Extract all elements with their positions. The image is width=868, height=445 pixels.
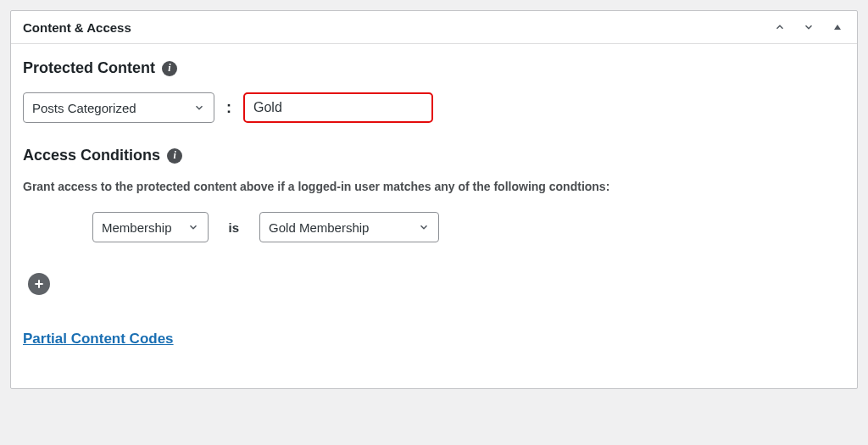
- content-type-select-value: Posts Categorized: [32, 101, 136, 115]
- toggle-collapse-icon[interactable]: [830, 19, 845, 35]
- chevron-down-icon: [193, 102, 205, 114]
- info-icon[interactable]: i: [167, 148, 182, 164]
- svg-marker-0: [834, 25, 841, 30]
- condition-value-select[interactable]: Gold Membership: [259, 212, 439, 242]
- metabox-header-controls: [772, 19, 845, 35]
- protected-content-heading: Protected Content i: [23, 59, 845, 77]
- protected-content-row: Posts Categorized :: [23, 92, 845, 123]
- access-conditions-heading-text: Access Conditions: [23, 147, 160, 164]
- protected-content-heading-text: Protected Content: [23, 59, 155, 77]
- info-icon[interactable]: i: [162, 61, 177, 76]
- chevron-down-icon: [187, 221, 199, 233]
- metabox-title: Content & Access: [23, 20, 131, 35]
- condition-value-text: Gold Membership: [269, 220, 369, 235]
- partial-content-codes-link[interactable]: Partial Content Codes: [23, 331, 174, 347]
- colon-separator: :: [225, 99, 233, 117]
- condition-field-value: Membership: [102, 220, 172, 235]
- category-input[interactable]: [243, 92, 433, 123]
- add-condition-button[interactable]: [28, 273, 50, 295]
- move-down-icon[interactable]: [801, 19, 816, 35]
- metabox-header: Content & Access: [11, 11, 857, 44]
- content-access-metabox: Content & Access Protected Content i Pos…: [10, 10, 858, 389]
- access-conditions-description: Grant access to the protected content ab…: [23, 180, 845, 193]
- access-conditions-heading: Access Conditions i: [23, 147, 845, 164]
- condition-operator: is: [229, 220, 240, 235]
- condition-field-select[interactable]: Membership: [92, 212, 209, 242]
- condition-row: Membership is Gold Membership: [23, 212, 845, 242]
- metabox-body: Protected Content i Posts Categorized : …: [11, 44, 857, 388]
- content-type-select[interactable]: Posts Categorized: [23, 92, 214, 123]
- move-up-icon[interactable]: [772, 19, 787, 35]
- chevron-down-icon: [418, 221, 430, 233]
